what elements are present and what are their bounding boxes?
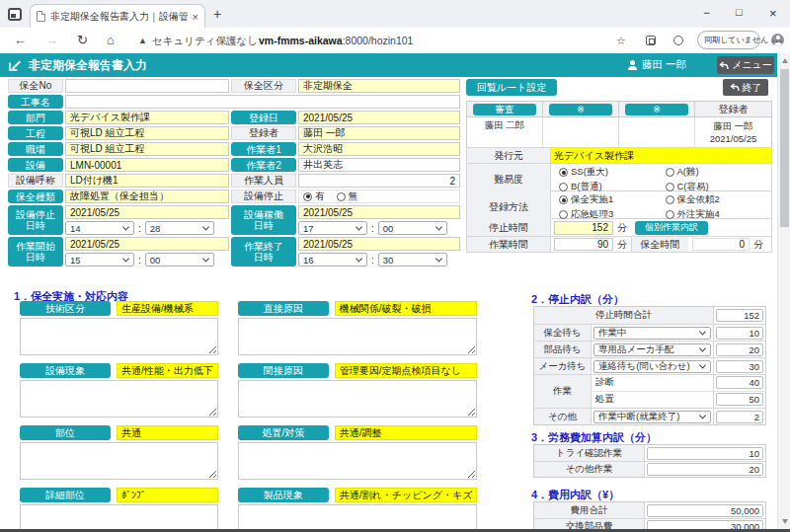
maker-machi-select[interactable]: 連絡待ち(問い合わせ) [593,360,711,373]
radio-off-icon[interactable] [559,183,568,191]
setsubi-button[interactable]: 設備 [8,158,63,172]
forward-icon[interactable]: → [45,33,58,47]
buhin-machi-input[interactable]: 20 [716,343,763,356]
touroku-date-button[interactable]: 登録日 [231,111,296,124]
hakkoumoto-field[interactable]: 光デバイス製作課 [551,148,771,163]
hiyou-goukei-input[interactable]: 50,000 [647,504,763,517]
shokuba-field[interactable]: 可視LD 組立工程 [65,142,229,156]
refresh-icon[interactable]: ↻ [77,33,88,47]
scroll-up-icon[interactable] [782,58,788,63]
bumon-button[interactable]: 部門 [8,111,63,124]
radio-off-icon[interactable] [559,210,568,219]
menu-button[interactable]: メニュー [717,56,774,74]
window-close-button[interactable]: × [769,6,777,21]
bui-field[interactable]: 共通 [117,425,218,440]
maker-machi-input[interactable]: 30 [716,360,763,373]
profile-sync-button[interactable]: 同期していません [697,31,760,49]
radio-off-icon[interactable] [666,168,674,177]
sagyousha1-field[interactable]: 大沢浩昭 [298,142,460,156]
hozen-kubun-field[interactable]: 非定期保全 [298,79,460,93]
web-capture-icon[interactable] [673,36,683,45]
sagyou-jinin-input[interactable]: 2 [298,174,460,188]
stop-minute-select[interactable]: 28 [145,221,214,235]
shousai-bui-textarea[interactable] [20,504,218,532]
home-icon[interactable]: ⌂ [107,33,115,47]
radio-on-icon[interactable] [559,168,568,177]
restart-minute-select[interactable]: 00 [378,221,447,235]
seihin-genshou-button[interactable]: 製品現象 [238,488,329,502]
gijutsu-kubun-button[interactable]: 技術区分 [20,301,111,316]
tab-actions-icon[interactable] [8,8,22,21]
kansetsu-genin-field[interactable]: 管理要因/定期点検項目なし [335,363,478,378]
work-start-date-field[interactable]: 2021/05/25 [65,237,229,251]
radio-off-icon[interactable] [666,183,674,191]
teishi-jikan-input[interactable]: 152 [554,221,613,235]
sagyousha2-field[interactable]: 井出英志 [298,158,460,172]
try-kakunin-input[interactable]: 10 [647,447,763,460]
stop-date-field[interactable]: 2021/05/25 [65,205,229,219]
shousai-bui-button[interactable]: 詳細部位 [20,488,111,502]
shinsa-button[interactable]: 審査 [473,104,536,115]
setsubi-genshou-button[interactable]: 設備現象 [20,363,111,378]
scrollbar-thumb[interactable] [780,69,789,227]
radio-on-icon[interactable] [559,195,568,204]
work-end-hour-select[interactable]: 16 [298,253,367,266]
houhou-2-option[interactable]: 保全依頼2 [666,193,772,206]
work-start-hour-select[interactable]: 15 [65,253,134,266]
setsubi-field[interactable]: LMN-00001 [65,158,229,172]
setsubi-genshou-field[interactable]: 共通/性能・出力低下 [117,363,218,378]
buhin-machi-select[interactable]: 専用品メーカ手配 [593,343,711,356]
work-end-minute-select[interactable]: 30 [378,253,447,266]
tab-close-icon[interactable]: × [193,11,198,23]
exit-button[interactable]: 終了 [723,79,768,96]
hozen-machi-select[interactable]: 作業中 [593,327,711,340]
shindan-input[interactable]: 40 [716,376,763,389]
hozen-no-input[interactable] [65,79,229,93]
kansetsu-genin-button[interactable]: 間接原因 [238,363,329,378]
work-end-date-field[interactable]: 2021/05/25 [298,237,460,251]
hozen-machi-input[interactable]: 10 [716,327,763,340]
window-maximize-button[interactable]: □ [736,6,743,18]
sonota-sagyou-input[interactable]: 20 [647,463,763,476]
kouji-name-input[interactable] [65,95,460,109]
bui-textarea[interactable] [20,442,218,480]
teishi-no-option[interactable]: 無 [337,190,358,203]
shochi-input[interactable]: 50 [716,393,763,406]
hozen-shurui-field[interactable]: 故障処置（保全担当） [65,190,229,203]
shousai-bui-field[interactable]: ﾎﾟﾝﾌﾟ [117,488,218,502]
shokuba-button[interactable]: 職場 [8,142,63,156]
sagyousha2-button[interactable]: 作業者2 [231,158,296,172]
scroll-down-icon[interactable] [782,519,788,524]
window-minimize-button[interactable]: − [703,6,710,20]
gijutsu-kubun-textarea[interactable] [20,318,218,355]
sonota-select[interactable]: 作業中断(就業終了) [593,411,711,423]
page-scrollbar[interactable] [777,53,790,529]
restart-date-field[interactable]: 2021/05/25 [298,205,460,219]
sonota-input[interactable]: 2 [716,411,763,423]
work-end-datetime-button[interactable]: 作業終了日時 [231,237,296,266]
settings-more-icon[interactable]: … [770,31,783,45]
hozen-shurui-button[interactable]: 保全種類 [8,190,63,203]
seihin-genshou-textarea[interactable] [238,504,478,532]
new-tab-button[interactable]: + [213,6,221,22]
favorites-star-icon[interactable]: ☆ [616,35,626,47]
setsubi-koshou-field[interactable]: LD付け機1 [65,174,229,188]
shochi-taisaku-textarea[interactable] [238,442,478,480]
collections-icon[interactable] [646,36,656,45]
shochi-taisaku-button[interactable]: 処置/対策 [238,425,329,440]
work-start-datetime-button[interactable]: 作業開始日時 [8,237,63,266]
nanido-a-option[interactable]: A(難) [666,166,772,179]
houhou-1-option[interactable]: 保全実施1 [559,193,666,206]
stop-hour-select[interactable]: 14 [65,221,134,235]
stop-datetime-button[interactable]: 設備停止日時 [8,205,63,235]
shochi-taisaku-field[interactable]: 共通/調整 [335,425,478,440]
gijutsu-kubun-field[interactable]: 生産設備/機械系 [117,301,218,316]
radio-off-icon[interactable] [666,195,674,204]
chokusetsu-genin-button[interactable]: 直接原因 [238,301,329,316]
bumon-field[interactable]: 光デバイス製作課 [65,111,229,124]
chokusetsu-genin-field[interactable]: 機械関係/破裂・破損 [335,301,478,316]
radio-off-icon[interactable] [337,192,346,201]
address-bar[interactable]: vm-fmms-aikawa:8000/hozin101 [259,35,413,46]
teishi-yes-option[interactable]: 有 [303,190,325,203]
sagyousha1-button[interactable]: 作業者1 [231,142,296,156]
